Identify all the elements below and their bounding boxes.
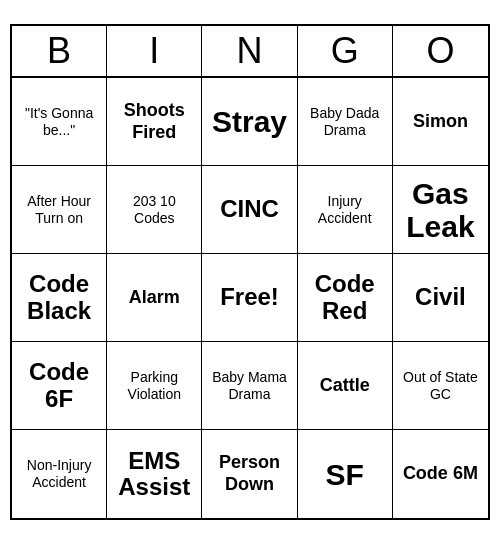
cell-label: Code 6F xyxy=(16,359,102,412)
bingo-cell: Code Red xyxy=(298,254,393,342)
cell-label: Person Down xyxy=(206,452,292,495)
cell-label: Alarm xyxy=(129,287,180,309)
cell-label: 203 10 Codes xyxy=(111,193,197,227)
bingo-cell: 203 10 Codes xyxy=(107,166,202,254)
cell-label: Free! xyxy=(220,284,279,310)
bingo-cell: Parking Violation xyxy=(107,342,202,430)
cell-label: SF xyxy=(326,458,364,491)
bingo-cell: Non-Injury Accident xyxy=(12,430,107,518)
cell-label: Code 6M xyxy=(403,463,478,485)
cell-label: "It's Gonna be..." xyxy=(16,105,102,139)
cell-label: CINC xyxy=(220,196,279,222)
bingo-cell: Injury Accident xyxy=(298,166,393,254)
cell-label: Injury Accident xyxy=(302,193,388,227)
bingo-cell: Stray xyxy=(202,78,297,166)
header-letter: B xyxy=(12,26,107,76)
cell-label: After Hour Turn on xyxy=(16,193,102,227)
cell-label: Baby Mama Drama xyxy=(206,369,292,403)
bingo-cell: EMS Assist xyxy=(107,430,202,518)
bingo-cell: Baby Mama Drama xyxy=(202,342,297,430)
cell-label: Code Black xyxy=(16,271,102,324)
bingo-cell: SF xyxy=(298,430,393,518)
bingo-cell: Shoots Fired xyxy=(107,78,202,166)
bingo-cell: Free! xyxy=(202,254,297,342)
cell-label: Civil xyxy=(415,284,466,310)
bingo-header: BINGO xyxy=(12,26,488,78)
header-letter: G xyxy=(298,26,393,76)
bingo-cell: Baby Dada Drama xyxy=(298,78,393,166)
bingo-cell: Cattle xyxy=(298,342,393,430)
cell-label: Stray xyxy=(212,105,287,138)
cell-label: Out of State GC xyxy=(397,369,484,403)
cell-label: Simon xyxy=(413,111,468,133)
header-letter: O xyxy=(393,26,488,76)
bingo-cell: "It's Gonna be..." xyxy=(12,78,107,166)
bingo-cell: Code 6F xyxy=(12,342,107,430)
cell-label: EMS Assist xyxy=(111,448,197,501)
bingo-cell: Code 6M xyxy=(393,430,488,518)
cell-label: Baby Dada Drama xyxy=(302,105,388,139)
cell-label: Parking Violation xyxy=(111,369,197,403)
cell-label: Code Red xyxy=(302,271,388,324)
bingo-cell: CINC xyxy=(202,166,297,254)
header-letter: I xyxy=(107,26,202,76)
bingo-cell: Out of State GC xyxy=(393,342,488,430)
cell-label: Non-Injury Accident xyxy=(16,457,102,491)
header-letter: N xyxy=(202,26,297,76)
bingo-grid: "It's Gonna be..."Shoots FiredStrayBaby … xyxy=(12,78,488,518)
bingo-cell: Alarm xyxy=(107,254,202,342)
bingo-card: BINGO "It's Gonna be..."Shoots FiredStra… xyxy=(10,24,490,520)
bingo-cell: Civil xyxy=(393,254,488,342)
cell-label: Gas Leak xyxy=(397,177,484,243)
bingo-cell: Person Down xyxy=(202,430,297,518)
bingo-cell: Gas Leak xyxy=(393,166,488,254)
bingo-cell: Code Black xyxy=(12,254,107,342)
bingo-cell: After Hour Turn on xyxy=(12,166,107,254)
cell-label: Shoots Fired xyxy=(111,100,197,143)
bingo-cell: Simon xyxy=(393,78,488,166)
cell-label: Cattle xyxy=(320,375,370,397)
